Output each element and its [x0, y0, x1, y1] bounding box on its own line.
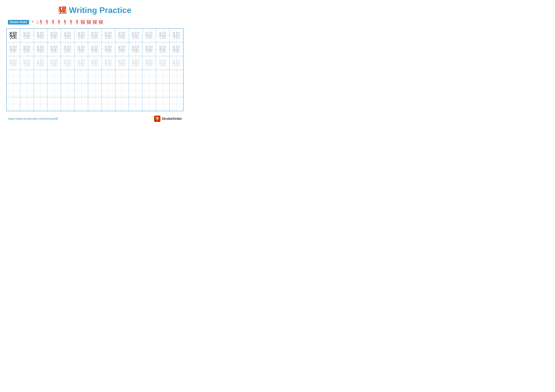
grid-cell: 猩: [74, 56, 88, 70]
page-title: 猩 Writing Practice: [6, 5, 183, 16]
grid-cell[interactable]: [7, 97, 20, 111]
grid-cell[interactable]: [142, 97, 156, 111]
grid-cell: 猩: [142, 42, 156, 56]
grid-cell[interactable]: [170, 70, 183, 84]
grid-cell: 猩: [7, 42, 20, 56]
grid-cell[interactable]: [88, 84, 102, 97]
grid-cell[interactable]: [34, 97, 47, 111]
grid-cell: 猩: [20, 42, 34, 56]
brand-logo-icon: 字: [154, 116, 161, 122]
grid-cell[interactable]: [115, 97, 129, 111]
grid-cell: 猩: [7, 29, 20, 42]
grid-cell[interactable]: [129, 84, 143, 97]
grid-cell[interactable]: [156, 97, 170, 111]
grid-cell[interactable]: [170, 97, 183, 111]
grid-cell: 猩: [142, 29, 156, 42]
footer-url: https://www.strokeorder.com/chinese/猩: [8, 117, 58, 121]
grid-cell: 猩: [34, 56, 47, 70]
grid-cell: 猩: [170, 42, 183, 56]
grid-cell: 猩: [156, 56, 170, 70]
grid-cell: 猩: [47, 42, 61, 56]
grid-cell[interactable]: [20, 70, 34, 84]
grid-cell[interactable]: [129, 97, 143, 111]
grid-cell: 猩: [61, 29, 74, 42]
grid-cell: 猩: [129, 42, 143, 56]
grid-cell: 猩: [34, 29, 47, 42]
grid-cell: 猩: [20, 56, 34, 70]
grid-cell: 猩: [129, 29, 143, 42]
grid-cell[interactable]: [156, 70, 170, 84]
footer: https://www.strokeorder.com/chinese/猩 字 …: [6, 116, 183, 122]
grid-row-4: [7, 70, 183, 84]
grid-cell[interactable]: [102, 70, 115, 84]
grid-cell: 猩: [102, 56, 115, 70]
grid-cell: 猩: [170, 56, 183, 70]
grid-cell: 猩: [156, 29, 170, 42]
grid-cell[interactable]: [61, 70, 74, 84]
grid-cell: 猩: [129, 56, 143, 70]
grid-cell[interactable]: [88, 97, 102, 111]
grid-cell: 猩: [170, 29, 183, 42]
grid-cell: 猩: [20, 29, 34, 42]
grid-row-1: 猩 猩 猩 猩 猩 猩 猩 猩 猩 猩 猩 猩 猩: [7, 29, 183, 42]
grid-row-3: 猩 猩 猩 猩 猩 猩 猩 猩 猩 猩 猩 猩 猩: [7, 56, 183, 70]
grid-row-6: [7, 97, 183, 111]
grid-cell: 猩: [61, 56, 74, 70]
grid-cell: 猩: [156, 42, 170, 56]
grid-cell: 猩: [115, 56, 129, 70]
grid-cell: 猩: [88, 42, 102, 56]
stroke-order-row: Stroke Order 丶 𠄌 犭 犭 犭 犭 犭 犭 犭猩 猩 猩 猩: [6, 19, 183, 25]
grid-cell: 猩: [74, 29, 88, 42]
grid-cell: 猩: [47, 56, 61, 70]
grid-cell[interactable]: [47, 97, 61, 111]
grid-cell[interactable]: [88, 70, 102, 84]
grid-cell[interactable]: [47, 70, 61, 84]
grid-cell[interactable]: [34, 84, 47, 97]
grid-cell[interactable]: [7, 84, 20, 97]
footer-brand: 字 StrokeOrder: [154, 116, 182, 122]
grid-cell: 猩: [102, 29, 115, 42]
grid-cell[interactable]: [115, 84, 129, 97]
grid-cell[interactable]: [7, 70, 20, 84]
grid-cell: 猩: [102, 42, 115, 56]
grid-cell: 猩: [7, 56, 20, 70]
grid-cell[interactable]: [74, 70, 88, 84]
grid-cell[interactable]: [142, 84, 156, 97]
grid-cell[interactable]: [20, 84, 34, 97]
grid-cell: 猩: [115, 42, 129, 56]
grid-cell[interactable]: [74, 97, 88, 111]
stroke-order-badge: Stroke Order: [8, 20, 29, 24]
grid-cell: 猩: [47, 29, 61, 42]
grid-cell[interactable]: [142, 70, 156, 84]
grid-cell[interactable]: [61, 84, 74, 97]
grid-cell[interactable]: [74, 84, 88, 97]
brand-name: StrokeOrder: [162, 117, 182, 121]
grid-cell: 猩: [142, 56, 156, 70]
grid-cell[interactable]: [61, 97, 74, 111]
grid-cell: 猩: [88, 29, 102, 42]
practice-grid: 猩 猩 猩 猩 猩 猩 猩 猩 猩 猩 猩 猩 猩 猩 猩 猩 猩 猩 猩 猩 …: [6, 28, 183, 111]
grid-cell[interactable]: [102, 84, 115, 97]
grid-cell[interactable]: [102, 97, 115, 111]
grid-cell[interactable]: [34, 70, 47, 84]
grid-row-5: [7, 84, 183, 97]
grid-cell: 猩: [88, 56, 102, 70]
grid-cell: 猩: [34, 42, 47, 56]
grid-row-2: 猩 猩 猩 猩 猩 猩 猩 猩 猩 猩 猩 猩 猩: [7, 42, 183, 56]
stroke-chars: 丶 𠄌 犭 犭 犭 犭 犭 犭 犭猩 猩 猩 猩: [31, 19, 103, 25]
grid-cell[interactable]: [115, 70, 129, 84]
grid-cell[interactable]: [20, 97, 34, 111]
grid-cell: 猩: [115, 29, 129, 42]
grid-cell: 猩: [61, 42, 74, 56]
grid-cell: 猩: [74, 42, 88, 56]
grid-cell[interactable]: [170, 84, 183, 97]
grid-cell[interactable]: [47, 84, 61, 97]
grid-cell[interactable]: [129, 70, 143, 84]
grid-cell[interactable]: [156, 84, 170, 97]
